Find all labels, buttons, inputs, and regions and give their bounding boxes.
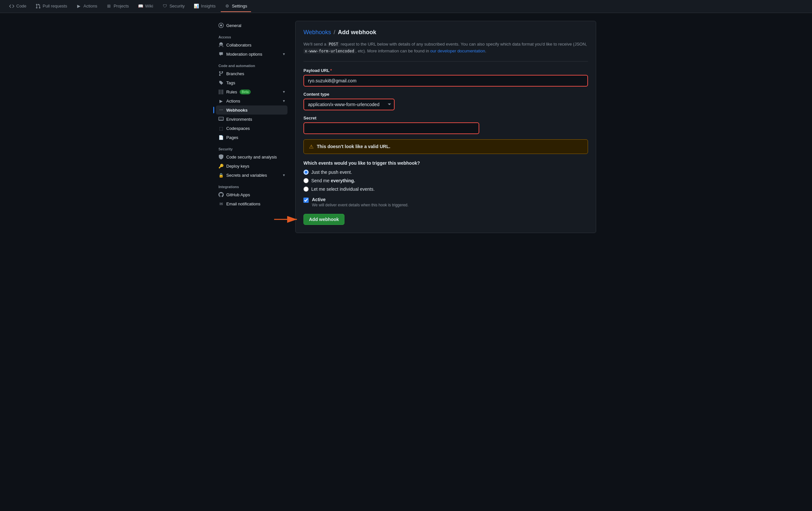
- breadcrumb-parent[interactable]: Webhooks: [303, 29, 331, 36]
- radio-individual-input[interactable]: [303, 186, 309, 192]
- nav-settings[interactable]: ⚙ Settings: [221, 1, 251, 12]
- github-apps-icon: [219, 192, 224, 197]
- actions-sidebar-icon: ▶: [219, 98, 224, 103]
- settings-nav-icon: ⚙: [225, 4, 230, 9]
- sidebar-item-secrets[interactable]: 🔒 Secrets and variables ▾: [216, 171, 288, 180]
- sidebar-pages-label: Pages: [226, 135, 238, 140]
- active-checkbox[interactable]: [303, 198, 309, 203]
- submit-wrapper: Add webhook: [303, 214, 345, 225]
- actions-icon: ▶: [76, 4, 81, 9]
- content-type-label: Content type: [303, 92, 588, 97]
- sidebar-item-environments[interactable]: Environments: [216, 115, 288, 124]
- radio-individual[interactable]: Let me select individual events.: [303, 186, 588, 192]
- webhook-icon: [219, 108, 224, 113]
- sidebar-item-general[interactable]: General: [216, 21, 288, 30]
- pages-icon: 📄: [219, 135, 224, 140]
- nav-security[interactable]: 🛡 Security: [158, 1, 188, 12]
- warning-box: ⚠ This doesn't look like a valid URL.: [303, 139, 588, 154]
- nav-insights[interactable]: 📊 Insights: [190, 1, 220, 12]
- sidebar-item-webhooks[interactable]: Webhooks: [216, 106, 288, 115]
- pr-icon: [35, 4, 41, 9]
- radio-everything[interactable]: Send me everything.: [303, 178, 588, 183]
- sidebar-item-pages[interactable]: 📄 Pages: [216, 133, 288, 142]
- sidebar-deploy-keys-label: Deploy keys: [226, 164, 250, 169]
- sidebar-github-apps-label: GitHub Apps: [226, 192, 250, 197]
- sidebar-item-branches[interactable]: Branches: [216, 69, 288, 78]
- sidebar-item-code-security[interactable]: Code security and analysis: [216, 152, 288, 161]
- secret-group: Secret: [303, 116, 588, 134]
- developer-docs-link[interactable]: our developer documentation: [430, 49, 485, 53]
- sidebar-code-security-label: Code security and analysis: [226, 155, 277, 159]
- nav-security-label: Security: [169, 4, 184, 8]
- sidebar-item-tags[interactable]: Tags: [216, 78, 288, 87]
- nav-actions-label: Actions: [83, 4, 97, 8]
- sidebar-rules-label: Rules: [226, 90, 237, 94]
- radio-push-input[interactable]: [303, 170, 309, 175]
- access-section-label: Access: [216, 30, 288, 40]
- secrets-chevron-icon: ▾: [283, 173, 285, 177]
- comment-icon: [219, 52, 224, 57]
- insights-icon: 📊: [194, 4, 199, 9]
- warning-icon: ⚠: [309, 144, 314, 150]
- nav-wiki[interactable]: 📖 Wiki: [134, 1, 157, 12]
- lock-icon: 🔒: [219, 173, 224, 178]
- nav-projects-label: Projects: [114, 4, 129, 8]
- nav-code-label: Code: [16, 4, 26, 8]
- beta-badge: Beta: [240, 90, 251, 94]
- active-description: We will deliver event details when this …: [312, 203, 409, 207]
- active-label-group: Active We will deliver event details whe…: [312, 197, 409, 207]
- sidebar-item-moderation[interactable]: Moderation options ▾: [216, 50, 288, 59]
- payload-url-input[interactable]: [303, 75, 588, 87]
- sidebar: General Access Collaborators Moderation …: [216, 21, 288, 233]
- nav-code[interactable]: Code: [5, 1, 30, 12]
- events-title: Which events would you like to trigger t…: [303, 160, 588, 166]
- codespaces-icon: ⬚: [219, 126, 224, 131]
- sidebar-branches-label: Branches: [226, 71, 244, 76]
- secret-input[interactable]: [303, 122, 479, 134]
- top-nav: Code Pull requests ▶ Actions ⊞ Projects …: [0, 0, 812, 13]
- nav-projects[interactable]: ⊞ Projects: [103, 1, 133, 12]
- code-automation-section-label: Code and automation: [216, 59, 288, 69]
- rules-icon: [219, 89, 224, 94]
- sidebar-item-email-notifications[interactable]: ✉ Email notifications: [216, 199, 288, 208]
- secret-label: Secret: [303, 116, 588, 120]
- security-section-label: Security: [216, 142, 288, 152]
- payload-url-group: Payload URL*: [303, 68, 588, 87]
- sidebar-moderation-label: Moderation options: [226, 52, 262, 57]
- warning-text: This doesn't look like a valid URL.: [317, 144, 390, 149]
- active-group: Active We will deliver event details whe…: [303, 197, 588, 207]
- radio-everything-input[interactable]: [303, 178, 309, 183]
- content-type-select[interactable]: application/json application/x-www-form-…: [303, 99, 395, 110]
- sidebar-item-github-apps[interactable]: GitHub Apps: [216, 190, 288, 199]
- actions-chevron-icon: ▾: [283, 99, 285, 103]
- key-icon: 🔑: [219, 163, 224, 169]
- sidebar-item-actions[interactable]: ▶ Actions ▾: [216, 96, 288, 106]
- radio-everything-label: Send me everything.: [311, 178, 355, 183]
- projects-icon: ⊞: [107, 4, 112, 9]
- breadcrumb: Webhooks / Add webhook: [303, 29, 588, 36]
- shield-icon: [219, 154, 224, 159]
- breadcrumb-separator: /: [334, 29, 335, 36]
- sidebar-actions-label: Actions: [226, 99, 240, 103]
- security-nav-icon: 🛡: [162, 4, 167, 9]
- sidebar-item-collaborators[interactable]: Collaborators: [216, 40, 288, 50]
- sidebar-item-rules[interactable]: Rules Beta ▾: [216, 87, 288, 96]
- server-icon: [219, 117, 224, 122]
- add-webhook-button[interactable]: Add webhook: [303, 214, 345, 225]
- content-type-group: Content type application/json applicatio…: [303, 92, 588, 110]
- nav-pr-label: Pull requests: [42, 4, 67, 8]
- nav-actions[interactable]: ▶ Actions: [72, 1, 101, 12]
- events-group: Which events would you like to trigger t…: [303, 160, 588, 192]
- code-icon: [9, 4, 14, 9]
- sidebar-email-label: Email notifications: [226, 202, 260, 206]
- intro-paragraph: We'll send a POST request to the URL bel…: [303, 41, 588, 55]
- radio-group: Just the push event. Send me everything.…: [303, 170, 588, 192]
- radio-individual-label: Let me select individual events.: [311, 186, 375, 192]
- radio-push-label: Just the push event.: [311, 170, 352, 175]
- sidebar-item-deploy-keys[interactable]: 🔑 Deploy keys: [216, 161, 288, 171]
- sidebar-codespaces-label: Codespaces: [226, 126, 250, 131]
- radio-push-event[interactable]: Just the push event.: [303, 170, 588, 175]
- sidebar-item-codespaces[interactable]: ⬚ Codespaces: [216, 124, 288, 133]
- nav-pull-requests[interactable]: Pull requests: [32, 1, 71, 12]
- main-layout: General Access Collaborators Moderation …: [211, 13, 601, 241]
